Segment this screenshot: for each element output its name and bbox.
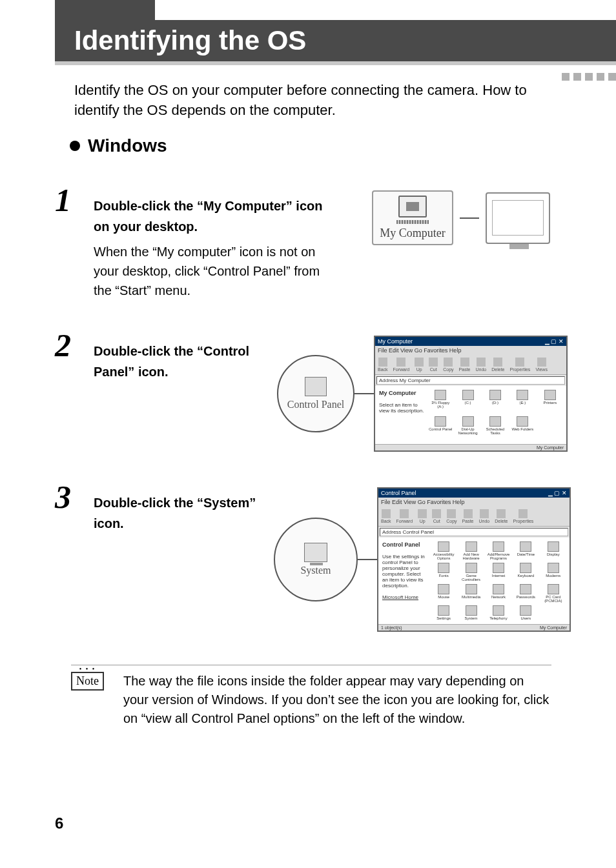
control-panel-window: Control Panel ▁ ▢ ✕ File Edit View Go Fa… — [377, 487, 571, 632]
folder-icon: PC Card (PCMCIA) — [541, 584, 566, 603]
toolbar-button: Properties — [509, 358, 530, 372]
folder-icon: Scheduled Tasks — [483, 416, 508, 440]
window-icons-grid: 3½ Floppy (A:) (C:) (D:) (E:) Printers C… — [428, 390, 562, 440]
callout-circle: System — [274, 518, 358, 601]
step-title: Double-click the “Control Panel” icon. — [94, 341, 262, 382]
system-icon — [304, 543, 327, 562]
folder-icon: Settings — [431, 605, 456, 620]
toolbar-button: Cut — [432, 509, 441, 523]
step-title: Double-click the “My Computer” icon on y… — [94, 196, 339, 237]
window-sidebar: My Computer Select an item to view its d… — [379, 390, 424, 440]
page-title: Identifying the OS — [74, 25, 306, 56]
callout-label: System — [300, 565, 331, 576]
window-titlebar: My Computer ▁ ▢ ✕ — [375, 337, 566, 346]
folder-icon: (E:) — [510, 390, 535, 414]
folder-icon: Date/Time — [513, 541, 538, 560]
sidebar-desc: Select an item to view its description. — [379, 402, 424, 414]
bullet-icon — [70, 141, 80, 151]
toolbar-button: Paste — [459, 358, 471, 372]
step-figure: System Control Panel ▁ ▢ ✕ File Edit Vie… — [280, 474, 564, 632]
folder-icon: Game Controllers — [458, 563, 483, 581]
folder-icon: Control Panel — [428, 416, 453, 440]
folder-icon: Keyboard — [513, 563, 538, 581]
page-number: 6 — [55, 814, 63, 833]
folder-icon: Telephony — [486, 605, 511, 620]
folder-icon: Add New Hardware — [458, 541, 483, 560]
window-titlebar: Control Panel ▁ ▢ ✕ — [378, 489, 570, 498]
toolbar-button: Back — [381, 509, 391, 523]
window-body: My Computer Select an item to view its d… — [375, 386, 566, 444]
folder-icon: System — [458, 605, 483, 620]
folder-icon: Multimedia — [458, 584, 483, 603]
toolbar-button: Copy — [446, 509, 457, 523]
folder-icon: Modems — [541, 563, 566, 581]
window-toolbar: Back Forward Up Cut Copy Paste Undo Dele… — [378, 507, 570, 527]
step-3: 3 Double-click the “System” icon. System… — [55, 474, 564, 632]
icon-label: My Computer — [380, 227, 446, 240]
step-title: Double-click the “System” icon. — [94, 492, 262, 534]
address-bar: Address Control Panel — [380, 528, 568, 536]
step-number: 1 — [55, 177, 94, 300]
step-body: Double-click the “System” icon. — [94, 474, 280, 632]
control-panel-icon — [305, 377, 327, 396]
step-2: 2 Double-click the “Control Panel” icon.… — [55, 323, 564, 452]
toolbar-button: Undo — [476, 358, 487, 372]
window-sidebar: Control Panel Use the settings in contro… — [382, 541, 427, 620]
note-badge: Note — [71, 672, 104, 691]
address-bar: Address My Computer — [376, 376, 565, 385]
folder-icon: 3½ Floppy (A:) — [428, 390, 453, 414]
folder-icon: Add/Remove Programs — [486, 541, 511, 560]
folder-icon: Accessibility Options — [431, 541, 456, 560]
step-1: 1 Double-click the “My Computer” icon on… — [55, 177, 564, 300]
toolbar-button: Paste — [462, 509, 474, 523]
toolbar-button: Up — [415, 358, 424, 372]
section-header: Identifying the OS — [55, 20, 616, 65]
decorative-squares — [562, 73, 616, 81]
folder-icon: Dial-Up Networking — [455, 416, 480, 440]
window-controls-icon: ▁ ▢ ✕ — [548, 490, 567, 496]
toolbar-button: Up — [418, 509, 427, 523]
folder-icon: Fonts — [431, 563, 456, 581]
step-figure: My Computer — [358, 177, 564, 300]
steps-container: 1 Double-click the “My Computer” icon on… — [55, 177, 564, 654]
toolbar-button: Delete — [491, 358, 504, 372]
window-title: Control Panel — [381, 490, 416, 496]
folder-icon: Passwords — [513, 584, 538, 603]
window-toolbar: Back Forward Up Cut Copy Paste Undo Dele… — [375, 355, 566, 375]
window-statusbar: 1 object(s) My Computer — [378, 624, 570, 631]
folder-icon: (C:) — [455, 390, 480, 414]
callout-line — [358, 559, 377, 560]
callout-line — [354, 393, 374, 394]
sidebar-desc: Use the settings in control Panel to per… — [382, 554, 425, 589]
header-tab — [55, 0, 155, 20]
toolbar-button: Back — [378, 358, 388, 372]
toolbar-button: Forward — [393, 358, 410, 372]
window-icons-grid: Accessibility Options Add New Hardware A… — [431, 541, 566, 620]
section-heading: Windows — [88, 136, 167, 156]
window-menu: File Edit View Go Favorites Help — [378, 498, 570, 507]
window-controls-icon: ▁ ▢ ✕ — [545, 338, 564, 345]
window-title: My Computer — [378, 338, 413, 345]
callout-line — [460, 217, 479, 219]
intro-text: Identify the OS on your computer before … — [74, 81, 564, 121]
folder-icon: Mouse — [431, 584, 456, 603]
step-body: Double-click the “My Computer” icon on y… — [94, 177, 358, 300]
folder-icon: Printers — [538, 390, 562, 414]
folder-icon: Internet — [486, 563, 511, 581]
toolbar-button: Views — [535, 358, 548, 372]
callout-label: Control Panel — [287, 399, 344, 410]
sidebar-link: Microsoft Home — [382, 594, 418, 600]
folder-icon: Display — [541, 541, 566, 560]
folder-icon: Network — [486, 584, 511, 603]
folder-icon: (D:) — [483, 390, 508, 414]
step-desc: When the “My computer” icon is not on yo… — [94, 242, 339, 300]
window-menu: File Edit View Go Favorites Help — [375, 346, 566, 355]
callout-circle: Control Panel — [277, 355, 354, 432]
toolbar-button: Cut — [429, 358, 438, 372]
toolbar-button: Properties — [513, 509, 533, 523]
window-body: Control Panel Use the settings in contro… — [378, 538, 570, 624]
step-number: 3 — [55, 474, 94, 632]
folder-icon: Users — [513, 605, 538, 620]
my-computer-icon: My Computer — [372, 190, 453, 245]
step-number: 2 — [55, 323, 94, 452]
